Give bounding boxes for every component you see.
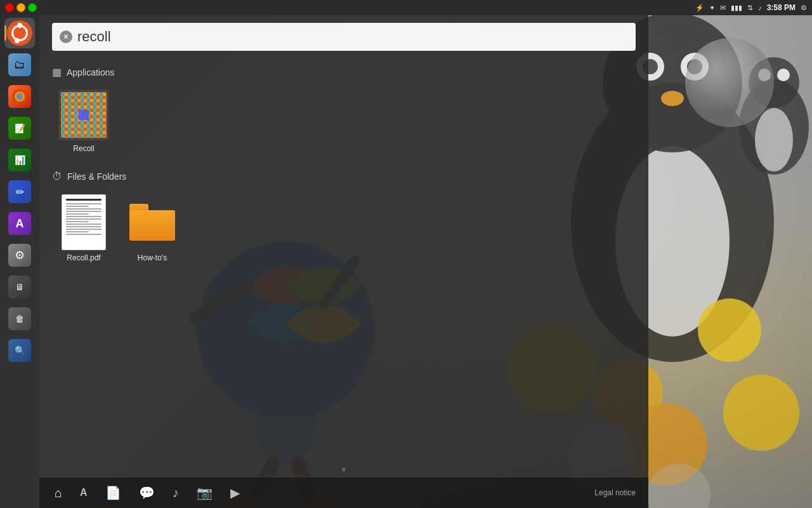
network-icon: ⇅ xyxy=(747,4,753,12)
dock-item-dictionary[interactable]: A xyxy=(4,208,35,239)
files-section-header: ⏱ Files & Folders xyxy=(52,171,636,182)
window-controls[interactable] xyxy=(0,0,37,15)
files-section-title: Files & Folders xyxy=(67,171,126,182)
pdf-line-2 xyxy=(66,206,89,207)
files-section-icon: ⏱ xyxy=(52,171,62,182)
pdf-line-4 xyxy=(66,211,102,212)
pdf-line-10 xyxy=(66,226,102,227)
monitor-icon: 🖥 xyxy=(8,276,31,298)
search-results: ▦ Applications xyxy=(39,56,648,463)
filter-photos[interactable]: 📷 xyxy=(194,483,215,503)
pdf-line-9 xyxy=(66,224,102,225)
folder-file-icon xyxy=(127,194,178,251)
files-results-grid: Recoll.pdf How-to's xyxy=(52,189,636,267)
dock-item-monitor[interactable]: 🖥 xyxy=(4,272,35,302)
settings-app-icon: ⚙ xyxy=(8,244,31,267)
pdf-line-13 xyxy=(66,234,102,235)
file-result-howtos[interactable]: How-to's xyxy=(121,189,184,267)
recoll-app-icon xyxy=(58,90,109,140)
top-panel: ⚡ ✦ ✉ ▮▮▮ ⇅ ♪ 3:58 PM ⚙ xyxy=(0,0,812,15)
writer-icon: ✏ xyxy=(8,180,31,203)
pdf-file-icon xyxy=(58,194,109,251)
pdf-line-3 xyxy=(66,208,102,210)
search-clear-button[interactable]: × xyxy=(60,30,72,43)
pdf-line-7 xyxy=(66,218,102,220)
app-result-recoll-label: Recoll xyxy=(73,144,94,153)
dock-item-settings[interactable]: ⚙ xyxy=(4,240,35,271)
dock-item-files[interactable]: 🗂 xyxy=(4,50,35,80)
dock-item-writer[interactable]: ✏ xyxy=(4,177,35,207)
filter-video[interactable]: ▶ xyxy=(228,483,242,503)
bluetooth-icon: ✦ xyxy=(709,4,715,12)
dock-item-firefox[interactable] xyxy=(4,81,35,112)
dictionary-icon: A xyxy=(8,212,31,235)
ubuntu-logo-circle xyxy=(11,25,28,41)
pdf-line-8 xyxy=(66,221,89,222)
dock-active-indicator xyxy=(4,25,6,41)
libreoffice-icon: 📝 xyxy=(8,117,31,140)
filter-messages[interactable]: 💬 xyxy=(136,483,157,503)
folder-body xyxy=(129,210,175,241)
file-result-recoll-pdf-label: Recoll.pdf xyxy=(67,253,100,262)
dock-item-trash[interactable]: 🗑 xyxy=(4,304,35,334)
svg-point-7 xyxy=(661,91,684,106)
folder-shape xyxy=(129,204,175,241)
applications-section-title: Applications xyxy=(67,67,115,77)
pdf-line-11 xyxy=(66,229,102,230)
filter-files[interactable]: 📄 xyxy=(103,483,124,503)
pdf-document xyxy=(62,194,106,250)
app-result-recoll[interactable]: Recoll xyxy=(52,84,115,158)
filter-apps[interactable]: A xyxy=(77,485,90,501)
svg-point-12 xyxy=(723,375,799,451)
dock-item-recoll[interactable]: 🔍 xyxy=(4,335,35,366)
file-result-howtos-label: How-to's xyxy=(138,253,167,262)
close-button[interactable] xyxy=(5,3,14,12)
svg-point-24 xyxy=(755,108,793,171)
dock-item-libreoffice[interactable]: 📝 xyxy=(4,113,35,144)
pdf-line-5 xyxy=(66,213,89,215)
settings-icon: ⚙ xyxy=(801,4,807,12)
firefox-icon xyxy=(8,85,31,108)
filter-bar: ⌂ A 📄 💬 ♪ 📷 ▶ Legal notice xyxy=(39,477,648,508)
scroll-indicator: ▼ xyxy=(39,463,648,477)
filter-home[interactable]: ⌂ xyxy=(52,483,65,503)
panel-system-icons: ⚡ ✦ ✉ ▮▮▮ ⇅ ♪ 3:58 PM ⚙ xyxy=(695,3,807,12)
search-input[interactable] xyxy=(77,29,628,45)
pdf-line-6 xyxy=(66,216,102,217)
dock-item-ubuntu[interactable] xyxy=(4,18,35,48)
mail-icon: ✉ xyxy=(720,4,726,12)
applications-section-header: ▦ Applications xyxy=(52,66,636,78)
battery-icon: ▮▮▮ xyxy=(731,4,742,12)
ubuntu-logo xyxy=(7,20,32,46)
legal-notice-link[interactable]: Legal notice xyxy=(594,488,636,497)
recoll-dock-icon: 🔍 xyxy=(8,339,31,362)
svg-point-27 xyxy=(777,69,790,81)
clock: 3:58 PM xyxy=(767,3,796,12)
files-icon: 🗂 xyxy=(8,53,31,76)
svg-point-11 xyxy=(698,298,761,362)
dock-item-calc[interactable]: 📊 xyxy=(4,145,35,175)
applications-section-icon: ▦ xyxy=(52,66,62,78)
svg-point-31 xyxy=(16,93,23,100)
power-icon: ⚡ xyxy=(695,4,704,12)
volume-icon: ♪ xyxy=(758,4,762,11)
pdf-line-1 xyxy=(66,203,102,204)
minimize-button[interactable] xyxy=(16,3,25,12)
application-dock: 🗂 📝 📊 ✏ A ⚙ 🖥 🗑 🔍 xyxy=(0,15,39,508)
svg-rect-38 xyxy=(79,110,89,120)
pdf-title-line xyxy=(66,199,102,201)
applications-results-grid: Recoll xyxy=(52,84,636,158)
file-result-recoll-pdf[interactable]: Recoll.pdf xyxy=(52,189,115,267)
search-bar[interactable]: × xyxy=(52,23,636,51)
pdf-line-12 xyxy=(66,231,89,232)
trash-icon: 🗑 xyxy=(8,307,31,330)
calc-icon: 📊 xyxy=(8,149,31,171)
maximize-button[interactable] xyxy=(28,3,37,12)
filter-music[interactable]: ♪ xyxy=(170,483,181,503)
svg-point-28 xyxy=(685,38,774,127)
dash-search-overlay: × ▦ Applications xyxy=(39,15,648,508)
recoll-icon-svg xyxy=(58,90,109,140)
